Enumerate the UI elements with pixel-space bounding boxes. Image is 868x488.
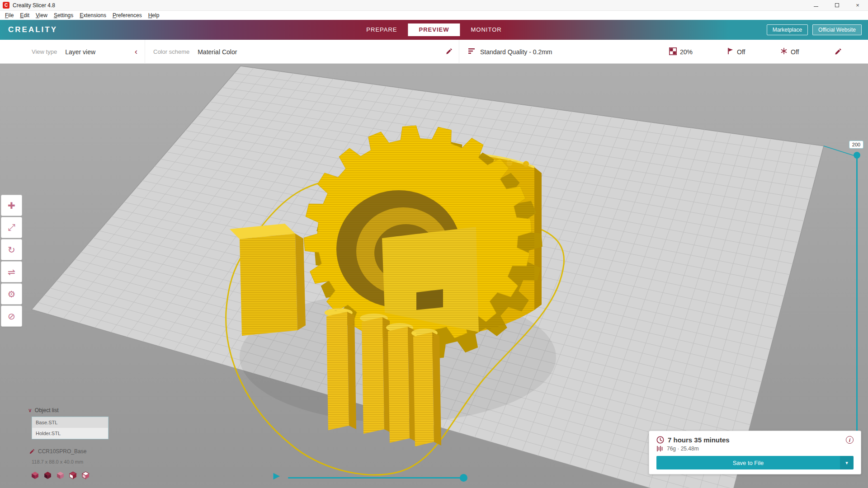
stage-tabs: PREPARE PREVIEW MONITOR — [355, 23, 512, 36]
window-controls: × — [806, 0, 868, 10]
collapse-panel-icon[interactable]: ‹ — [135, 47, 137, 56]
model-cube-icon[interactable] — [81, 471, 90, 479]
header-buttons: Marketplace Official Website — [767, 24, 862, 35]
object-list-toggle[interactable]: ∨ Object list — [28, 407, 58, 413]
layer-range-slider[interactable] — [856, 155, 858, 468]
per-model-settings-button[interactable]: ⚙ — [1, 283, 22, 305]
object-list: Base.STL Holder.STL — [32, 417, 108, 439]
settings-bar: View type Layer view ‹ Color scheme Mate… — [0, 40, 868, 64]
move-tool-button[interactable]: ✚ — [1, 195, 22, 216]
filament-icon — [656, 446, 663, 452]
object-list-title: Object list — [35, 407, 59, 413]
scale-tool-button[interactable]: ⤢ — [1, 217, 22, 238]
menu-edit[interactable]: Edit — [17, 12, 33, 19]
blocker-icon: ⊘ — [8, 311, 15, 322]
support-icon — [727, 47, 734, 56]
printer-name-row[interactable]: CCR10SPRO_Base — [29, 448, 86, 455]
infill-setting[interactable]: 20% — [669, 40, 693, 64]
list-item-holder-stl[interactable]: Holder.STL — [32, 428, 108, 439]
infill-value[interactable]: 20% — [680, 48, 693, 56]
menu-file[interactable]: File — [2, 12, 17, 19]
viewport-3d-canvas[interactable] — [0, 64, 868, 488]
menu-bar: File Edit View Settings Extensions Prefe… — [0, 11, 868, 20]
material-usage: 76g · 25.48m — [667, 446, 699, 452]
edit-color-scheme-icon[interactable] — [445, 48, 453, 56]
profile-value[interactable]: Standard Quality - 0.2mm — [480, 48, 552, 56]
rotate-tool-button[interactable]: ↻ — [1, 239, 22, 260]
rotate-icon: ↻ — [8, 244, 15, 255]
model-cube-icons — [31, 471, 90, 479]
quality-icon — [468, 48, 476, 56]
marketplace-button[interactable]: Marketplace — [767, 24, 808, 35]
support-blocker-button[interactable]: ⊘ — [1, 305, 22, 327]
edit-pencil-icon — [29, 449, 35, 455]
infill-icon — [669, 47, 677, 56]
model-cube-icon[interactable] — [56, 471, 65, 479]
color-scheme-label: Color scheme — [153, 48, 189, 55]
layer-slider-top-handle[interactable] — [854, 152, 860, 159]
model-dimensions: 118.7 x 88.0 x 40.0 mm — [32, 459, 83, 465]
tab-prepare[interactable]: PREPARE — [355, 23, 408, 36]
save-dropdown-button[interactable]: ▾ — [840, 456, 854, 469]
scale-icon: ⤢ — [8, 222, 15, 233]
adhesion-setting[interactable]: Off — [780, 40, 799, 64]
gear-icon: ⚙ — [8, 289, 16, 300]
info-icon[interactable]: i — [846, 436, 854, 444]
support-setting[interactable]: Off — [727, 40, 745, 64]
print-profile-section[interactable]: Standard Quality - 0.2mm — [459, 40, 552, 64]
window-title: Creality Slicer 4.8 — [13, 2, 55, 9]
close-button[interactable]: × — [847, 0, 868, 10]
tab-preview[interactable]: PREVIEW — [408, 23, 460, 36]
adhesion-icon — [780, 47, 788, 56]
model-cube-icon[interactable] — [43, 471, 52, 479]
view-type-section[interactable]: View type Layer view ‹ — [0, 40, 145, 64]
app-icon: C — [3, 2, 9, 9]
layer-animation-slider[interactable] — [288, 477, 464, 479]
tool-sidebar: ✚ ⤢ ↻ ⇌ ⚙ ⊘ — [1, 195, 22, 328]
tab-monitor[interactable]: MONITOR — [460, 23, 512, 36]
clock-icon — [656, 436, 664, 444]
color-scheme-value[interactable]: Material Color — [198, 48, 237, 56]
layer-count-badge: 200 — [849, 141, 863, 149]
printer-name: CCR10SPRO_Base — [38, 448, 86, 455]
list-item-base-stl[interactable]: Base.STL — [32, 417, 108, 428]
maximize-icon — [835, 3, 839, 7]
menu-extensions[interactable]: Extensions — [76, 12, 109, 19]
model-cube-icon[interactable] — [31, 471, 39, 479]
menu-settings[interactable]: Settings — [51, 12, 76, 19]
color-scheme-section[interactable]: Color scheme Material Color — [145, 40, 459, 64]
menu-view[interactable]: View — [33, 12, 51, 19]
print-time: 7 hours 35 minutes — [668, 436, 730, 444]
adhesion-value[interactable]: Off — [791, 48, 799, 56]
title-bar: C Creality Slicer 4.8 × — [0, 0, 868, 11]
official-website-button[interactable]: Official Website — [812, 24, 862, 35]
menu-preferences[interactable]: Preferences — [109, 12, 145, 19]
maximize-button[interactable] — [826, 0, 847, 10]
mirror-icon: ⇌ — [8, 267, 15, 277]
creality-logo: CREALITY — [8, 25, 57, 34]
layer-animation-slider-handle[interactable] — [460, 474, 467, 482]
play-layer-animation-button[interactable]: ▶ — [273, 471, 280, 480]
view-type-value[interactable]: Layer view — [65, 48, 95, 56]
app-header: CREALITY PREPARE PREVIEW MONITOR Marketp… — [0, 20, 868, 40]
view-type-label: View type — [32, 48, 57, 55]
save-to-file-button[interactable]: Save to File — [656, 456, 840, 469]
move-icon: ✚ — [8, 200, 15, 211]
support-value[interactable]: Off — [737, 48, 745, 56]
menu-help[interactable]: Help — [145, 12, 163, 19]
minimize-icon — [814, 6, 818, 7]
model-cube-icon[interactable] — [69, 471, 77, 479]
mirror-tool-button[interactable]: ⇌ — [1, 261, 22, 282]
edit-print-settings-icon[interactable] — [834, 40, 842, 64]
chevron-down-icon: ∨ — [28, 407, 32, 413]
job-summary-panel: 7 hours 35 minutes i 76g · 25.48m Save t… — [649, 431, 861, 474]
minimize-button[interactable] — [806, 0, 826, 10]
